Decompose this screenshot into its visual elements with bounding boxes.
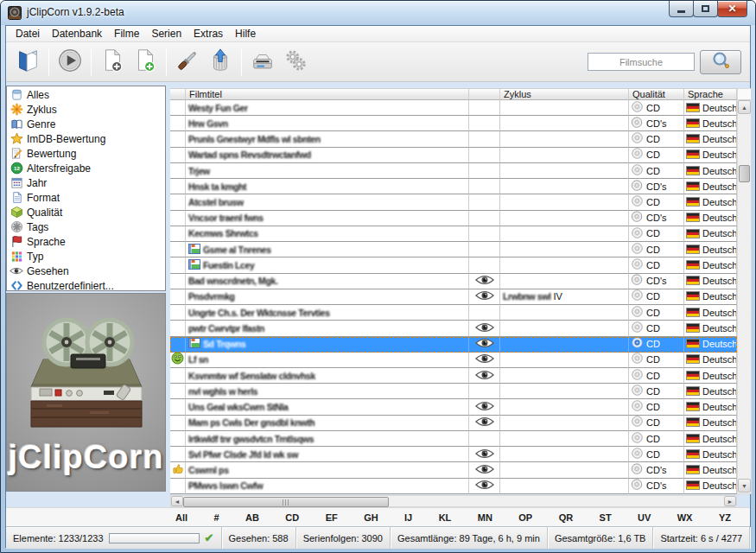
cd-icon (630, 462, 645, 478)
table-row[interactable]: Vncsor traenl fwnsCD'sDeutsch (170, 211, 737, 226)
menu-item-datenbank[interactable]: Datenbank (46, 26, 108, 42)
sidebar-item-typ[interactable]: Typ (7, 249, 165, 264)
table-row[interactable]: Hrw GsvnCD'sDeutsch (170, 116, 737, 131)
table-row[interactable]: Westy Fun GerCDDeutsch (170, 100, 737, 116)
zyklus-cell (500, 431, 629, 447)
table-row[interactable]: Gsme al TnrenesCDDeutsch (170, 242, 737, 257)
table-row[interactable]: Fuestin LceyCDDeutsch (170, 257, 737, 273)
zyklus-cell (500, 337, 629, 353)
search-input[interactable] (588, 53, 695, 71)
play-movie-button[interactable] (54, 46, 86, 79)
sidebar-item-genre[interactable]: Genre (7, 117, 165, 131)
quality-cell: CD (629, 257, 684, 273)
sidebar-item-bewertung[interactable]: Bewertung (7, 146, 165, 161)
char-filter-kl[interactable]: KL (439, 512, 452, 523)
char-filter-ij[interactable]: IJ (404, 512, 412, 523)
table-row[interactable]: lrtkwldf tnr gwsdvtcn TrntlsqwsCDDeutsch (170, 431, 737, 447)
eye-icon (475, 447, 494, 462)
quality-text: CD (646, 260, 660, 270)
trash-icon (207, 48, 233, 77)
sidebar-item-alles[interactable]: Alles (7, 87, 165, 102)
char-filter-gh[interactable]: GH (364, 512, 378, 523)
table-row[interactable]: Lf snCDDeutsch (170, 353, 737, 368)
maximize-button[interactable] (693, 1, 718, 17)
menu-item-filme[interactable]: Filme (108, 26, 145, 42)
table-row[interactable]: Cswrnl psCD'sDeutsch (170, 462, 737, 478)
sidebar-item-format[interactable]: Format (7, 190, 165, 205)
menu-item-extras[interactable]: Extras (187, 26, 229, 42)
table-row[interactable]: Sd TrqwnsCDDeutsch (170, 337, 737, 353)
horizontal-scroll-thumb[interactable] (183, 497, 389, 507)
table-row[interactable]: Atcstel bruswCDDeutsch (170, 194, 737, 210)
char-filter-hash[interactable]: # (213, 512, 219, 523)
scroll-right-button[interactable]: ► (724, 496, 736, 506)
sidebar-item-benutzerdefiniert[interactable]: Benutzerdefiniert... (7, 278, 165, 293)
horizontal-scrollbar[interactable]: ◄ ► (170, 495, 737, 507)
scroll-up-button[interactable]: ▲ (738, 100, 751, 114)
sidebar-item-imdb-bewertung[interactable]: ImDB-Bewertung (7, 131, 165, 146)
movie-title-text: Wartad spns Revsdtrwctanfwd (188, 149, 311, 160)
char-filter-all[interactable]: All (175, 512, 187, 523)
table-row[interactable]: Prunls Gnestwyr Mdfls wl sbntenCDDeutsch (170, 131, 737, 147)
logo-panel: jClipCorn (6, 293, 166, 492)
toolbar-separator (166, 48, 167, 76)
table-row[interactable]: Wartad spns RevsdtrwctanfwdCDDeutsch (170, 148, 737, 163)
seen-cell (469, 368, 500, 384)
table-row[interactable]: Svl Pfwr Clsde Jfd ld wk swCDDeutsch (170, 447, 737, 462)
char-filter-yz[interactable]: YZ (719, 512, 731, 523)
delete-button[interactable] (204, 46, 237, 79)
export-button[interactable] (246, 46, 279, 79)
menu-item-datei[interactable]: Datei (10, 26, 46, 42)
row-status-cell (170, 399, 186, 415)
sidebar-item-altersfreigabe[interactable]: 12Altersfreigabe (7, 161, 165, 175)
sidebar-item-zyklus[interactable]: Zyklus (7, 102, 165, 117)
new-database-button[interactable] (11, 46, 44, 79)
char-filter-mn[interactable]: MN (478, 512, 492, 523)
char-filter-cd[interactable]: CD (285, 512, 299, 523)
table-row[interactable]: Uns Geal wksCwrn StNlaCDDeutsch (170, 399, 737, 415)
table-row[interactable]: Kecmws ShrwtcsCDDeutsch (170, 226, 737, 242)
table-row[interactable]: Mam ps Cwls Der gnsdbl knwthCDDeutsch (170, 416, 737, 431)
sidebar-item-qualitaet[interactable]: Qualität (7, 205, 165, 219)
sidebar-item-tags[interactable]: Tags (7, 219, 165, 234)
eye-icon (475, 416, 494, 431)
minimize-button[interactable] (669, 1, 694, 17)
char-filter-wx[interactable]: WX (677, 512, 693, 523)
table-row[interactable]: PnsdvrmkgLrwbnw swlIVCDDeutsch (170, 289, 737, 305)
sidebar-item-sprache[interactable]: Sprache (7, 234, 165, 249)
settings-button[interactable] (279, 46, 312, 79)
char-filter-ef[interactable]: EF (326, 512, 338, 523)
toolbar-separator (241, 48, 242, 76)
char-filter-st[interactable]: ST (600, 512, 612, 523)
table-row[interactable]: TrjewCDDeutsch (170, 163, 737, 179)
table-row[interactable]: Hnsk ta kmghtCD'sDeutsch (170, 179, 737, 194)
char-filter-uv[interactable]: UV (638, 512, 651, 523)
char-filter-ab[interactable]: AB (245, 512, 259, 523)
search-button[interactable] (700, 50, 741, 74)
table-row[interactable]: Bad wnscrdnetn, Mgk.CD'sDeutsch (170, 274, 737, 289)
table-row[interactable]: pwtr Cwrvtpr lfastnCDDeutsch (170, 321, 737, 336)
scroll-left-button[interactable]: ◄ (171, 496, 183, 506)
menu-item-serien[interactable]: Serien (145, 26, 187, 42)
sidebar-item-gesehen[interactable]: Gesehen (7, 264, 165, 278)
char-filter-op[interactable]: OP (518, 512, 532, 523)
table-row[interactable]: PMwvs lswn CwfwCD'sDeutsch (170, 479, 737, 494)
table-row[interactable]: nvl wghls w herlsCDDeutsch (170, 384, 737, 399)
vertical-scrollbar[interactable]: ▲ ▼ (737, 88, 752, 494)
char-filter-qr[interactable]: QR (559, 512, 574, 523)
sidebar-item-label: Format (27, 192, 60, 204)
menu-item-hilfe[interactable]: Hilfe (229, 26, 262, 42)
table-row[interactable]: Ungrte Ch.s. Der Wktcnsse TervtiesCDDeut… (170, 305, 737, 321)
vertical-scroll-thumb[interactable] (739, 165, 750, 182)
movie-title-text: nvl wghls w herls (188, 386, 257, 397)
add-movie-button[interactable] (96, 46, 129, 79)
tools-button[interactable] (171, 46, 204, 79)
sidebar-item-jahr[interactable]: Jahr (7, 175, 165, 190)
add-series-button[interactable] (129, 46, 162, 79)
language-cell: Deutsch (684, 163, 737, 179)
table-row[interactable]: Ksvnmtw wf Senslatw cldnvhskCDDeutsch (170, 368, 737, 384)
seen-cell (469, 431, 500, 447)
close-button[interactable]: ✕ (717, 1, 747, 17)
status-label: Serienfolgen: 3090 (303, 533, 383, 543)
scroll-down-button[interactable]: ▼ (738, 479, 751, 493)
